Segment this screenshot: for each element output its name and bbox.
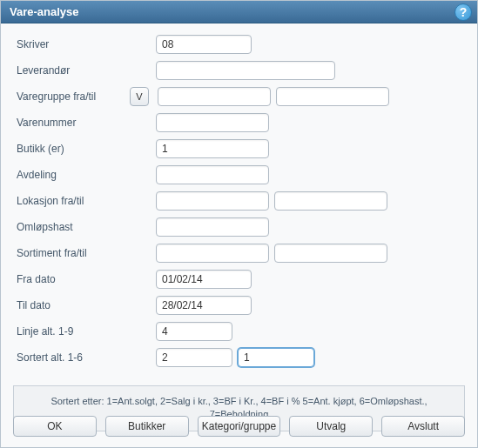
kategori-gruppe-button[interactable]: Kategori/gruppe [198,416,281,437]
sortert-label: Sortert alt. 1-6 [17,351,130,364]
button-bar: OK Butikker Kategori/gruppe Utvalg Avslu… [13,416,465,437]
sortiment-to-input[interactable] [274,244,387,263]
varegruppe-from-input[interactable] [158,87,271,106]
til-dato-input[interactable] [156,296,252,315]
varegruppe-to-input[interactable] [276,87,389,106]
sortert-input-2[interactable] [238,348,314,367]
varegruppe-v-button[interactable]: V [130,87,149,106]
utvalg-button[interactable]: Utvalg [289,416,373,437]
form-area: Skriver Leverandør Varegruppe fra/til V … [1,23,477,377]
ok-button[interactable]: OK [13,416,97,437]
leverandor-input[interactable] [156,61,335,80]
skriver-input[interactable] [156,35,252,54]
lokasjon-label: Lokasjon fra/til [17,195,130,207]
avdeling-label: Avdeling [17,169,130,181]
butikker-button[interactable]: Butikker [105,416,189,437]
lokasjon-to-input[interactable] [274,191,387,211]
fra-dato-label: Fra dato [17,273,130,285]
leverandor-label: Leverandør [17,64,130,77]
avdeling-input[interactable] [156,165,269,184]
sortiment-label: Sortiment fra/til [17,247,130,259]
help-icon[interactable]: ? [454,3,472,21]
skriver-label: Skriver [17,38,130,50]
til-dato-label: Til dato [17,299,130,311]
avslutt-button[interactable]: Avslutt [381,416,465,437]
sortert-input-1[interactable] [156,348,232,367]
butikk-input[interactable] [156,139,269,158]
linje-label: Linje alt. 1-9 [17,325,130,338]
lokasjon-from-input[interactable] [156,191,269,211]
linje-input[interactable] [156,322,232,341]
omlopshast-label: Omløpshast [17,221,130,233]
vare-analyse-dialog: Vare-analyse ? Skriver Leverandør Varegr… [0,0,478,448]
varenummer-input[interactable] [156,113,269,132]
dialog-title: Vare-analyse [10,5,79,18]
fra-dato-input[interactable] [156,270,252,289]
omlopshast-input[interactable] [156,217,269,237]
sortiment-from-input[interactable] [156,244,269,263]
titlebar: Vare-analyse ? [1,1,477,23]
varegruppe-label: Varegruppe fra/til [17,90,130,103]
varenummer-label: Varenummer [17,117,130,129]
butikk-label: Butikk (er) [17,143,130,155]
